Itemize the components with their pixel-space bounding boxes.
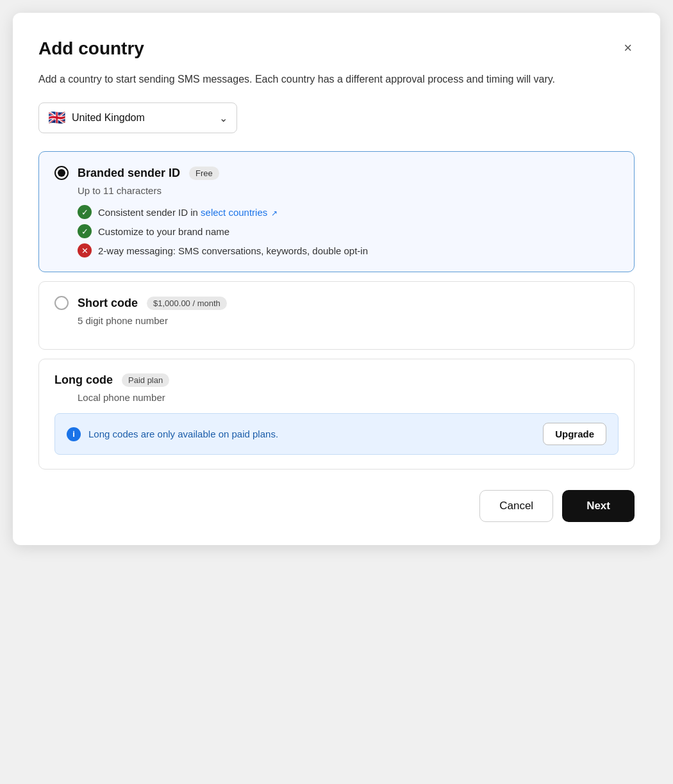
branded-option-title: Branded sender ID [78, 167, 180, 180]
long-code-option-subtitle: Local phone number [78, 392, 619, 403]
feature-item-3: ✕ 2-way messaging: SMS conversations, ke… [78, 243, 619, 257]
check-icon-1: ✓ [78, 205, 92, 219]
cancel-button[interactable]: Cancel [479, 490, 553, 522]
short-code-option[interactable]: Short code $1,000.00 / month 5 digit pho… [38, 281, 635, 350]
short-code-option-title: Short code [78, 297, 138, 310]
modal-header: Add country × [38, 38, 635, 59]
short-code-option-subtitle: 5 digit phone number [78, 315, 619, 326]
feature-item-2: ✓ Customize to your brand name [78, 224, 619, 238]
branded-radio-button[interactable] [54, 166, 69, 180]
country-name-label: United Kingdom [72, 112, 145, 124]
short-code-option-badge: $1,000.00 / month [147, 297, 227, 310]
branded-option-subtitle: Up to 11 characters [78, 185, 619, 196]
country-select-dropdown[interactable]: 🇬🇧 United Kingdom ⌄ [38, 102, 237, 133]
long-code-info-banner: i Long codes are only available on paid … [54, 413, 619, 455]
select-countries-link[interactable]: select countries ↗ [201, 207, 278, 218]
long-code-option: Long code Paid plan Local phone number i… [38, 359, 635, 470]
upgrade-button[interactable]: Upgrade [543, 423, 606, 445]
feature-item-1: ✓ Consistent sender ID in select countri… [78, 205, 619, 219]
country-select-left: 🇬🇧 United Kingdom [48, 110, 145, 126]
country-flag-icon: 🇬🇧 [48, 110, 65, 126]
add-country-modal: Add country × Add a country to start sen… [13, 13, 660, 545]
cross-icon-1: ✕ [78, 243, 92, 257]
feature-text-2: Customize to your brand name [98, 226, 229, 237]
long-code-info-left: i Long codes are only available on paid … [67, 427, 278, 441]
check-icon-2: ✓ [78, 224, 92, 238]
close-button[interactable]: × [621, 38, 635, 58]
long-code-option-header: Long code Paid plan [54, 373, 619, 387]
modal-footer: Cancel Next [38, 490, 635, 522]
long-code-info-text: Long codes are only available on paid pl… [88, 429, 278, 439]
options-container: Branded sender ID Free Up to 11 characte… [38, 151, 635, 470]
branded-sender-id-option[interactable]: Branded sender ID Free Up to 11 characte… [38, 151, 635, 272]
feature-text-3: 2-way messaging: SMS conversations, keyw… [98, 245, 368, 256]
modal-description: Add a country to start sending SMS messa… [38, 72, 635, 87]
modal-title: Add country [38, 38, 144, 59]
branded-option-features: ✓ Consistent sender ID in select countri… [78, 205, 619, 257]
short-code-option-header: Short code $1,000.00 / month [54, 296, 619, 310]
branded-option-badge: Free [189, 167, 219, 180]
chevron-down-icon: ⌄ [219, 112, 228, 124]
short-code-radio-button[interactable] [54, 296, 69, 310]
info-icon: i [67, 427, 81, 441]
next-button[interactable]: Next [562, 490, 635, 522]
external-link-icon: ↗ [271, 209, 278, 218]
long-code-option-badge: Paid plan [122, 373, 169, 387]
feature-text-1: Consistent sender ID in select countries… [98, 207, 278, 218]
branded-option-header: Branded sender ID Free [54, 166, 619, 180]
long-code-option-title: Long code [54, 373, 113, 387]
